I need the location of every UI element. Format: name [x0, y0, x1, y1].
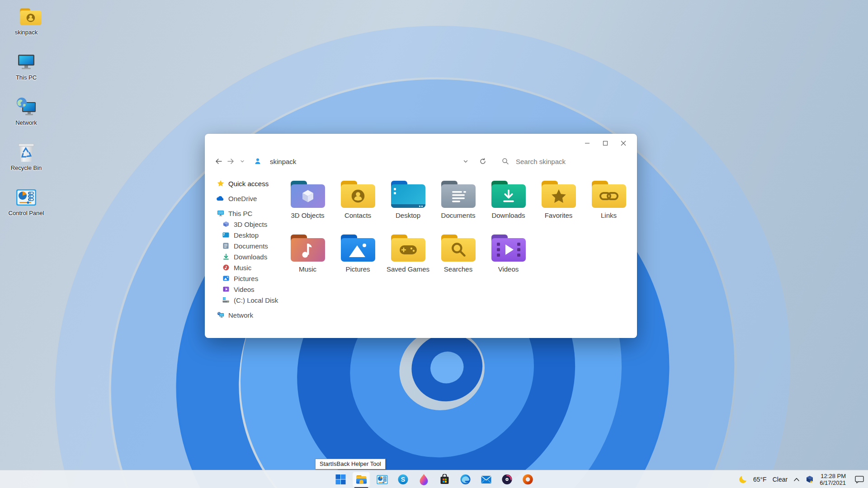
mail-taskbar-button[interactable]	[477, 472, 495, 487]
recent-locations-chevron-icon[interactable]	[236, 155, 248, 167]
taskbar-app-list: S	[332, 470, 537, 488]
minimize-button[interactable]	[578, 137, 596, 149]
folder-gamepad-icon	[391, 235, 426, 262]
skype-taskbar-button[interactable]: S	[394, 472, 412, 487]
video-icon	[222, 286, 230, 293]
user-folder-icon	[16, 6, 37, 27]
sidebar-item-music[interactable]: Music	[217, 262, 282, 273]
file-tile-music[interactable]: Music	[283, 231, 333, 283]
file-explorer-taskbar-button[interactable]	[353, 472, 370, 487]
address-dropdown-chevron-icon[interactable]	[460, 155, 472, 167]
weather-moon-icon	[739, 475, 747, 484]
taskbar: S	[0, 470, 868, 488]
refresh-button[interactable]	[477, 155, 489, 167]
weather-temperature[interactable]: 65°F	[753, 476, 767, 483]
sidebar-label: Pictures	[234, 275, 258, 282]
sidebar-item-videos[interactable]: Videos	[217, 284, 282, 295]
sidebar-item-quick-access[interactable]: Quick access	[217, 178, 282, 189]
tray-app-cube-icon[interactable]	[806, 475, 814, 483]
picture-icon	[222, 275, 230, 282]
file-tile-desktop[interactable]: Desktop	[383, 177, 433, 230]
folder-star-icon	[541, 181, 576, 208]
folder-magnifier-icon	[441, 235, 476, 262]
desktop-icon-label: This PC	[16, 75, 37, 81]
system-tray: 65°F Clear 12:28 PM 6/17/2021	[739, 470, 864, 488]
start-button[interactable]	[332, 472, 349, 487]
file-label: Downloads	[491, 212, 525, 219]
file-tile-contacts[interactable]: Contacts	[333, 177, 383, 230]
maximize-button[interactable]	[596, 137, 614, 149]
close-button[interactable]	[614, 137, 632, 149]
file-label: Pictures	[345, 266, 370, 273]
explorer-navbar: skinpack Search skinpack	[205, 153, 637, 170]
folder-music-note-icon	[290, 235, 326, 262]
sidebar-item-3d-objects[interactable]: 3D Objects	[217, 219, 282, 230]
tray-overflow-chevron-icon[interactable]	[793, 477, 800, 482]
control-panel-taskbar-button[interactable]	[373, 472, 391, 487]
file-tile-links[interactable]: Links	[584, 177, 634, 230]
microsoft-store-taskbar-button[interactable]	[436, 472, 453, 487]
back-button[interactable]	[213, 155, 225, 167]
groove-music-icon	[501, 474, 512, 485]
sidebar-item-this-pc[interactable]: This PC	[217, 208, 282, 219]
monitor-icon	[16, 52, 37, 72]
desktop-icon-this-pc[interactable]: This PC	[5, 52, 47, 97]
folder-document-lines-icon	[441, 181, 476, 208]
sidebar-item-pictures[interactable]: Pictures	[217, 273, 282, 284]
mail-icon	[481, 475, 491, 484]
office-taskbar-button[interactable]	[519, 472, 537, 487]
groove-music-taskbar-button[interactable]	[498, 472, 516, 487]
clock[interactable]: 12:28 PM 6/17/2021	[820, 473, 846, 486]
file-tile-3d-objects[interactable]: 3D Objects	[283, 177, 333, 230]
file-label: Videos	[498, 266, 519, 273]
clock-date: 6/17/2021	[820, 479, 846, 486]
address-path[interactable]: skinpack	[270, 158, 296, 165]
sidebar-item-downloads[interactable]: Downloads	[217, 251, 282, 262]
local-disk-icon	[222, 296, 230, 304]
sidebar-item-network[interactable]: Network	[217, 310, 282, 320]
sidebar-label: Videos	[234, 286, 255, 293]
sidebar-label: Network	[228, 311, 253, 319]
sidebar-item-local-disk-c[interactable]: (C:) Local Disk	[217, 295, 282, 305]
file-label: 3D Objects	[291, 212, 324, 219]
window-titlebar[interactable]	[205, 134, 637, 153]
edge-taskbar-button[interactable]	[457, 472, 474, 487]
file-tile-pictures[interactable]: Pictures	[333, 231, 383, 283]
desktop-icon-network[interactable]: Network	[5, 97, 47, 142]
control-panel-icon	[16, 187, 37, 208]
file-grid: 3D Objects Contacts	[283, 177, 635, 283]
file-tile-downloads[interactable]: Downloads	[483, 177, 533, 230]
sidebar-item-documents[interactable]: Documents	[217, 240, 282, 251]
desktop-icon-label: skinpack	[15, 29, 38, 36]
file-tile-searches[interactable]: Searches	[433, 231, 483, 283]
sidebar-item-desktop[interactable]: Desktop	[217, 230, 282, 240]
folder-filmstrip-play-icon	[491, 235, 526, 262]
file-label: Desktop	[396, 212, 420, 219]
file-explorer-icon	[355, 474, 367, 485]
paint-3d-taskbar-button[interactable]	[415, 472, 433, 487]
file-tile-documents[interactable]: Documents	[433, 177, 483, 230]
network-globe-monitor-icon	[16, 97, 37, 117]
sidebar-label: OneDrive	[228, 195, 257, 202]
file-tile-videos[interactable]: Videos	[483, 231, 533, 283]
file-label: Searches	[444, 266, 472, 273]
forward-button[interactable]	[225, 155, 236, 167]
skype-icon: S	[397, 474, 408, 485]
folder-desktop-icon	[391, 181, 426, 208]
star-icon	[217, 180, 224, 188]
file-tile-saved-games[interactable]: Saved Games	[383, 231, 433, 283]
control-panel-icon	[376, 475, 388, 484]
file-tile-favorites[interactable]: Favorites	[533, 177, 584, 230]
sidebar-label: Documents	[234, 242, 268, 250]
navigation-pane: Quick access OneDrive This PC 3D Objects	[205, 170, 282, 320]
desktop-icon-recycle-bin[interactable]: Recycle Bin	[5, 142, 47, 187]
desktop-icon-control-panel[interactable]: Control Panel	[5, 187, 47, 232]
music-note-icon	[222, 264, 230, 272]
desktop-icon-label: Control Panel	[9, 210, 44, 216]
cube-icon	[222, 221, 230, 228]
sidebar-item-onedrive[interactable]: OneDrive	[217, 193, 282, 204]
search-input[interactable]: Search skinpack	[516, 158, 629, 165]
desktop-icon-skinpack[interactable]: skinpack	[5, 6, 47, 52]
action-center-icon[interactable]	[854, 475, 864, 483]
weather-condition[interactable]: Clear	[773, 476, 788, 483]
